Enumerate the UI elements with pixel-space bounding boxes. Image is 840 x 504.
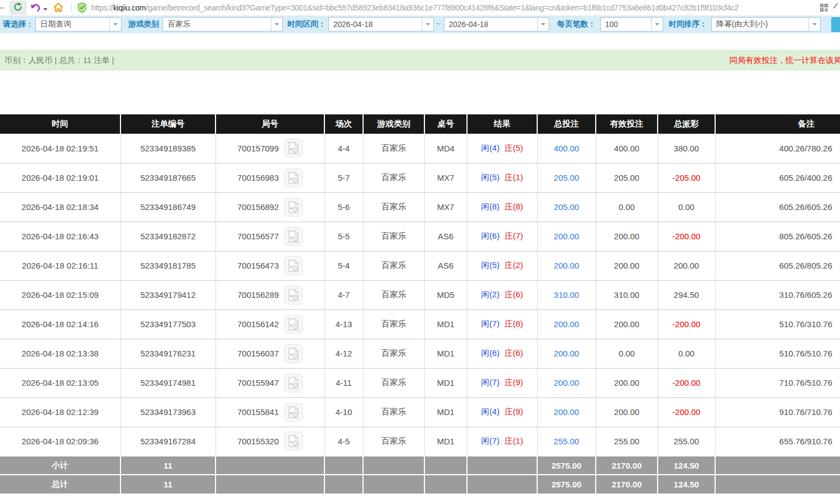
cell-session: 4-13 xyxy=(324,309,363,339)
cell-session: 4-7 xyxy=(324,280,363,309)
chevron-down-icon[interactable] xyxy=(809,18,820,31)
cell-time: 2026-04-18 02:16:11 xyxy=(0,251,120,280)
cell-game: 百家乐 xyxy=(363,309,424,339)
search-button[interactable]: 查询 xyxy=(831,17,840,32)
undo-button[interactable] xyxy=(30,2,48,14)
home-button[interactable] xyxy=(53,2,64,15)
video-replay-button[interactable] xyxy=(284,198,303,217)
cell-result: 闲(2) 庄(6) xyxy=(467,280,537,309)
subtotal-total-bet: 2575.00 xyxy=(537,456,596,475)
chevron-down-icon[interactable] xyxy=(271,18,282,31)
result-banker: 庄(7) xyxy=(505,231,523,240)
table-row: 2026-04-18 02:19:01 523349187665 7001569… xyxy=(0,163,840,192)
chevron-down-icon[interactable] xyxy=(109,18,121,31)
date-to-value: 2026-04-18 xyxy=(444,20,537,29)
home-icon xyxy=(53,6,64,15)
url-protocol: https:// xyxy=(91,3,113,12)
cell-table-code: MD5 xyxy=(424,280,467,309)
url-path: /game/betrecord_search/kind3?GameType=30… xyxy=(146,3,739,12)
cell-payout: 0.00 xyxy=(658,339,715,368)
cell-result: 闲(7) 庄(8) xyxy=(467,309,537,339)
cell-bet-id: 523349181785 xyxy=(120,251,216,280)
qr-code-icon[interactable] xyxy=(820,4,828,14)
refresh-button[interactable] xyxy=(9,1,27,15)
video-replay-button[interactable] xyxy=(284,315,303,334)
cell-total-bet: 205.00 xyxy=(537,163,596,192)
chevron-down-icon[interactable] xyxy=(537,18,549,31)
date-to-select[interactable]: 2026-04-18 xyxy=(444,17,549,32)
cell-bet-id: 523349167284 xyxy=(120,427,216,456)
video-replay-icon xyxy=(288,260,299,272)
header-valid-bet: 有效投注 xyxy=(596,114,658,134)
result-player: 闲(4) xyxy=(481,143,500,153)
date-from-select[interactable]: 2026-04-18 xyxy=(328,17,434,32)
chevron-down-icon[interactable] xyxy=(651,18,663,31)
cell-payout: 294.50 xyxy=(658,280,715,309)
cell-table-code: MD1 xyxy=(424,427,467,456)
video-replay-button[interactable] xyxy=(284,256,303,275)
cell-payout: -205.00 xyxy=(658,163,715,192)
cell-valid-bet: 200.00 xyxy=(596,397,658,427)
security-shield-icon[interactable] xyxy=(77,2,87,15)
cell-time: 2026-04-18 02:09:36 xyxy=(0,427,120,456)
video-replay-button[interactable] xyxy=(284,403,303,422)
cell-result: 闲(8) 庄(8) xyxy=(467,192,537,222)
cell-table-code: AS6 xyxy=(424,251,467,280)
undo-dropdown-caret-icon[interactable] xyxy=(43,8,48,13)
video-replay-button[interactable] xyxy=(284,139,303,158)
sort-order-select[interactable]: 降幂(由大到小) xyxy=(711,17,821,32)
cell-payout: 0.00 xyxy=(658,192,715,222)
chevron-down-icon[interactable] xyxy=(422,18,433,31)
round-id-value: 700156577 xyxy=(237,232,279,241)
video-replay-icon xyxy=(288,172,299,184)
cell-remark: 805.26/605.26 xyxy=(715,222,840,251)
cell-total-bet: 200.00 xyxy=(537,251,596,280)
total-payout: 124.50 xyxy=(658,475,715,494)
cell-payout: 200.00 xyxy=(658,251,715,280)
game-category-select[interactable]: 百家乐 xyxy=(162,17,283,32)
browser-toolbar: https://kiqiiu.com/game/betrecord_search… xyxy=(0,0,840,15)
sort-label: 时间排序： xyxy=(669,19,707,29)
partial-icon xyxy=(833,3,838,9)
video-replay-button[interactable] xyxy=(284,344,303,363)
page-size-select[interactable]: 100 xyxy=(600,17,663,32)
round-id-value: 700156289 xyxy=(237,290,279,300)
cell-time: 2026-04-18 02:16:43 xyxy=(0,222,120,251)
result-player: 闲(5) xyxy=(481,260,500,270)
cell-table-code: MD1 xyxy=(424,368,467,397)
table-row: 2026-04-18 02:13:05 523349174981 7001559… xyxy=(0,368,840,397)
result-player: 闲(7) xyxy=(481,436,500,445)
cell-round-id: 700155841 xyxy=(216,397,324,427)
cell-total-bet: 205.00 xyxy=(537,192,596,222)
cell-valid-bet: 400.00 xyxy=(596,134,658,163)
cell-table-code: MX7 xyxy=(424,192,467,222)
address-bar[interactable]: https://kiqiiu.com/game/betrecord_search… xyxy=(91,0,816,15)
subtotal-row: 小计 11 2575.00 2170.00 124.50 xyxy=(0,456,840,475)
cell-result: 闲(5) 庄(2) xyxy=(467,251,537,280)
video-replay-button[interactable] xyxy=(284,286,303,305)
table-row: 2026-04-18 02:09:36 523349167284 7001553… xyxy=(0,427,840,456)
cell-round-id: 700156577 xyxy=(216,222,324,251)
video-replay-icon xyxy=(288,377,299,389)
cell-table-code: MD1 xyxy=(424,309,467,339)
game-category-value: 百家乐 xyxy=(163,19,271,29)
video-replay-button[interactable] xyxy=(284,374,303,392)
video-replay-button[interactable] xyxy=(284,432,303,450)
table-row: 2026-04-18 02:15:09 523349179412 7001562… xyxy=(0,280,840,309)
round-id-value: 700155841 xyxy=(237,407,279,417)
cell-bet-id: 523349187665 xyxy=(120,163,216,192)
header-total-bet: 总投注 xyxy=(537,114,596,134)
table-row: 2026-04-18 02:12:39 523349173963 7001558… xyxy=(0,397,840,427)
valid-bet-notice: 同局有效投注，统一计算在该局第 xyxy=(729,55,840,66)
video-replay-icon xyxy=(288,230,299,243)
total-total-bet: 2575.00 xyxy=(537,475,596,494)
cell-result: 闲(6) 庄(7) xyxy=(467,222,537,251)
time-range-label: 时间区间： xyxy=(287,19,326,29)
video-replay-button[interactable] xyxy=(284,227,303,246)
cell-bet-id: 523349186749 xyxy=(120,192,216,222)
query-type-select[interactable]: 日期查询 xyxy=(35,17,122,32)
cell-remark: 510.76/310.76 xyxy=(715,309,840,339)
video-replay-button[interactable] xyxy=(284,169,303,187)
cell-time: 2026-04-18 02:19:01 xyxy=(0,163,120,192)
round-id-value: 700155320 xyxy=(237,437,279,446)
